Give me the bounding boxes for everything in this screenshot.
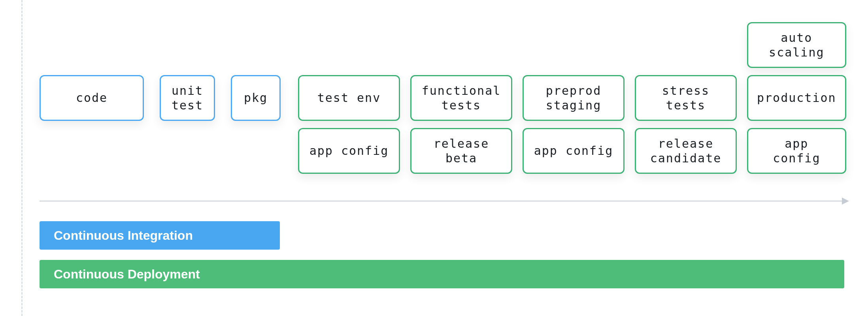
- bar-cd-label: Continuous Deployment: [54, 267, 200, 282]
- bar-continuous-integration: Continuous Integration: [40, 221, 280, 250]
- stage-code: code: [40, 75, 144, 121]
- bar-continuous-deployment: Continuous Deployment: [40, 260, 844, 288]
- stage-stress-tests: stress tests: [635, 75, 737, 121]
- cd-col-4: stress tests release candidate: [635, 75, 737, 174]
- stage-release-candidate: release candidate: [635, 128, 737, 174]
- stage-auto-scaling: auto scaling: [747, 22, 846, 68]
- stage-production: production: [747, 75, 846, 121]
- stage-app-config-2: app config: [523, 128, 625, 174]
- ci-col-pkg: pkg: [231, 75, 281, 121]
- cd-col-3: preprod staging app config: [523, 75, 625, 174]
- stage-unit-test: unit test: [160, 75, 215, 121]
- stage-app-config-3: app config: [747, 128, 846, 174]
- pipeline-stages: code unit test pkg test env app config f…: [40, 0, 844, 198]
- pipeline-diagram: code unit test pkg test env app config f…: [40, 0, 844, 316]
- cd-col-2: functional tests release beta: [410, 75, 512, 174]
- timeline-arrow: [40, 201, 848, 201]
- phase-bars: Continuous Integration Continuous Deploy…: [40, 221, 844, 288]
- stage-pkg: pkg: [231, 75, 281, 121]
- ci-col-unit-test: unit test: [160, 75, 215, 121]
- bar-ci-label: Continuous Integration: [54, 228, 193, 243]
- ci-col-code: code: [40, 75, 144, 121]
- stage-release-beta: release beta: [410, 128, 512, 174]
- stage-test-env: test env: [298, 75, 400, 121]
- stage-functional-tests: functional tests: [410, 75, 512, 121]
- cd-col-5: auto scaling production app config: [747, 22, 844, 174]
- vertical-timeline-guide: [21, 0, 23, 316]
- stage-app-config-1: app config: [298, 128, 400, 174]
- stage-preprod-staging: preprod staging: [523, 75, 625, 121]
- cd-col-1: test env app config: [298, 75, 400, 174]
